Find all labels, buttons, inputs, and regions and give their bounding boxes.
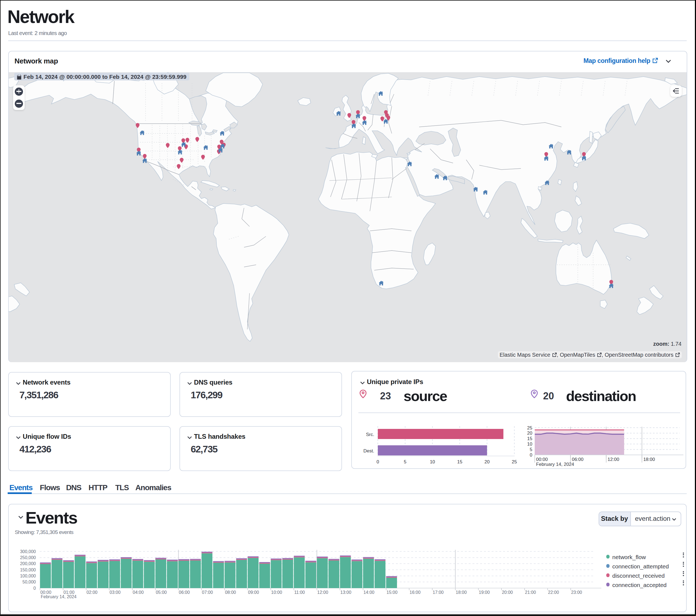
svg-text:0: 0 <box>529 453 532 458</box>
svg-text:10: 10 <box>429 459 435 464</box>
svg-text:18:00: 18:00 <box>643 457 655 462</box>
svg-text:Src.: Src. <box>366 432 374 437</box>
svg-text:01:00: 01:00 <box>63 590 74 595</box>
svg-text:0: 0 <box>33 586 35 590</box>
svg-text:00:00: 00:00 <box>536 457 548 462</box>
svg-text:21:00: 21:00 <box>525 590 536 595</box>
svg-text:15:00: 15:00 <box>386 590 397 595</box>
svg-text:09:00: 09:00 <box>248 590 259 595</box>
svg-text:20: 20 <box>484 459 489 464</box>
svg-text:100,000: 100,000 <box>20 573 35 578</box>
svg-text:5: 5 <box>529 447 532 452</box>
svg-text:23:00: 23:00 <box>571 590 582 595</box>
svg-text:250,000: 250,000 <box>20 555 35 560</box>
svg-text:12:00: 12:00 <box>607 457 619 462</box>
svg-text:11:00: 11:00 <box>294 590 304 595</box>
svg-text:300,000: 300,000 <box>20 549 35 554</box>
svg-text:150,000: 150,000 <box>20 567 35 572</box>
svg-text:17:00: 17:00 <box>432 590 443 595</box>
svg-text:0: 0 <box>376 459 379 464</box>
svg-text:22:00: 22:00 <box>548 590 559 595</box>
svg-text:50,000: 50,000 <box>22 579 35 584</box>
svg-text:02:00: 02:00 <box>86 590 97 595</box>
svg-text:5: 5 <box>404 459 406 464</box>
svg-text:06:00: 06:00 <box>571 457 583 462</box>
svg-text:00:00: 00:00 <box>40 590 51 595</box>
svg-text:Dest.: Dest. <box>363 448 374 454</box>
svg-text:20: 20 <box>527 430 532 436</box>
svg-text:200,000: 200,000 <box>20 561 35 566</box>
svg-text:19:00: 19:00 <box>478 590 489 595</box>
svg-text:18:00: 18:00 <box>456 590 466 595</box>
svg-text:15: 15 <box>527 436 532 441</box>
svg-text:05:00: 05:00 <box>155 590 167 595</box>
svg-text:15: 15 <box>457 459 462 464</box>
svg-text:13:00: 13:00 <box>340 590 351 595</box>
svg-text:25: 25 <box>527 425 532 430</box>
svg-text:07:00: 07:00 <box>202 590 212 595</box>
svg-text:12:00: 12:00 <box>317 590 328 595</box>
svg-text:08:00: 08:00 <box>225 590 236 595</box>
svg-text:06:00: 06:00 <box>179 590 190 595</box>
svg-text:16:00: 16:00 <box>409 590 420 595</box>
svg-text:February 14, 2024: February 14, 2024 <box>536 462 574 467</box>
svg-text:25: 25 <box>511 459 517 464</box>
svg-text:03:00: 03:00 <box>109 590 121 595</box>
svg-text:February 14, 2024: February 14, 2024 <box>41 594 76 599</box>
svg-text:10:00: 10:00 <box>271 590 282 595</box>
svg-text:20:00: 20:00 <box>502 590 512 595</box>
svg-text:04:00: 04:00 <box>132 590 143 595</box>
svg-text:10: 10 <box>527 442 532 447</box>
svg-text:14:00: 14:00 <box>363 590 374 595</box>
